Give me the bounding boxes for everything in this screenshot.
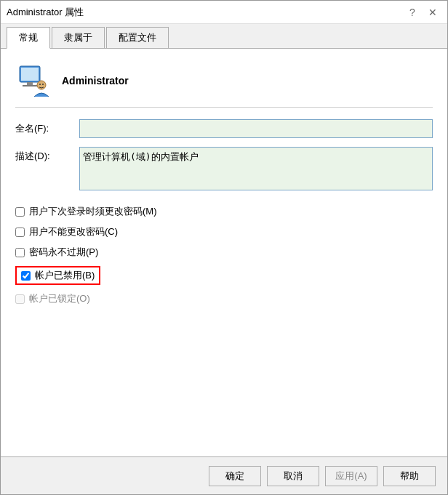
password-never-expires-label: 密码永不过期(P) — [29, 246, 98, 259]
checkboxes-group: 用户下次登录时须更改密码(M) 用户不能更改密码(C) 密码永不过期(P) 帐户… — [15, 205, 433, 305]
cannot-change-password-checkbox[interactable] — [15, 228, 25, 237]
help-button[interactable]: 帮助 — [383, 466, 436, 486]
tab-member-of[interactable]: 隶属于 — [52, 27, 105, 48]
tab-bar: 常规 隶属于 配置文件 — [1, 24, 447, 49]
desc-label: 描述(D): — [15, 147, 73, 163]
close-window-button[interactable]: ✕ — [424, 4, 441, 21]
dialog-window: Administrator 属性 ? ✕ 常规 隶属于 配置文件 — [0, 0, 448, 495]
password-never-expires-checkbox[interactable] — [15, 248, 25, 257]
user-header: Administrator — [15, 63, 433, 108]
checkbox-password-never-expires: 密码永不过期(P) — [15, 246, 433, 259]
title-bar-controls: ? ✕ — [404, 4, 441, 21]
account-locked-checkbox — [15, 294, 25, 304]
fullname-input[interactable] — [79, 119, 433, 138]
window-title: Administrator 属性 — [7, 6, 84, 19]
desc-group: 描述(D): 管理计算机(域)的内置帐户 — [15, 147, 433, 190]
account-locked-label: 帐户已锁定(O) — [29, 292, 90, 305]
apply-button[interactable]: 应用(A) — [325, 466, 377, 486]
desc-input[interactable]: 管理计算机(域)的内置帐户 — [79, 147, 433, 190]
svg-point-6 — [42, 84, 44, 85]
account-disabled-label: 帐户已禁用(B) — [35, 269, 95, 282]
checkbox-account-locked: 帐户已锁定(O) — [15, 292, 433, 305]
svg-rect-3 — [23, 85, 37, 86]
checkbox-account-disabled: 帐户已禁用(B) — [15, 266, 100, 285]
checkbox-must-change-password: 用户下次登录时须更改密码(M) — [15, 205, 433, 218]
fullname-label: 全名(F): — [15, 119, 73, 135]
help-window-button[interactable]: ? — [404, 4, 421, 21]
account-disabled-checkbox[interactable] — [21, 271, 31, 281]
username-label: Administrator — [62, 75, 129, 86]
user-avatar — [15, 63, 50, 98]
svg-rect-2 — [27, 82, 33, 85]
title-bar: Administrator 属性 ? ✕ — [1, 1, 447, 24]
must-change-password-label: 用户下次登录时须更改密码(M) — [29, 205, 157, 218]
cannot-change-password-label: 用户不能更改密码(C) — [29, 225, 118, 238]
svg-rect-1 — [21, 68, 39, 81]
ok-button[interactable]: 确定 — [209, 466, 261, 486]
checkbox-cannot-change-password: 用户不能更改密码(C) — [15, 225, 433, 238]
tab-content-general: Administrator 全名(F): 描述(D): 管理计算机(域)的内置帐… — [1, 49, 447, 456]
cancel-button[interactable]: 取消 — [267, 466, 319, 486]
tab-profile[interactable]: 配置文件 — [106, 27, 169, 48]
fullname-group: 全名(F): — [15, 119, 433, 138]
footer-buttons: 确定 取消 应用(A) 帮助 — [1, 456, 447, 494]
must-change-password-checkbox[interactable] — [15, 207, 25, 217]
tab-general[interactable]: 常规 — [7, 27, 50, 49]
svg-point-5 — [39, 84, 41, 85]
